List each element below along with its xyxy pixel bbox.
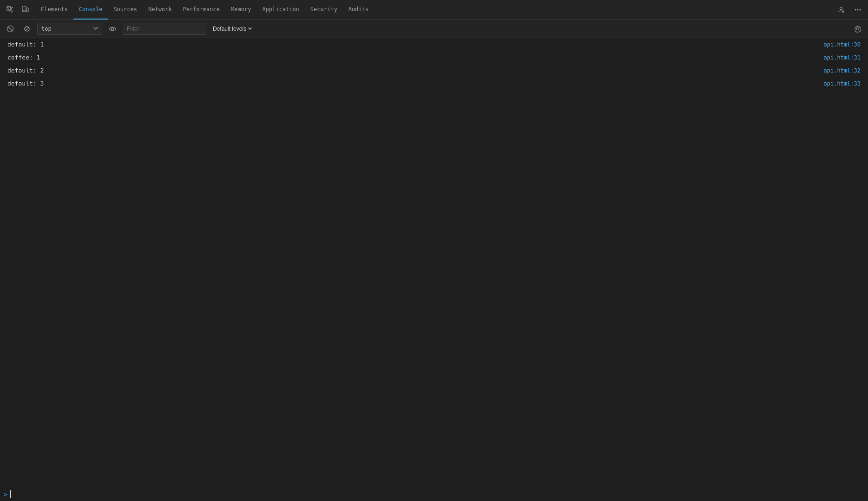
more-icon [854, 6, 861, 13]
tab-security[interactable]: Security [305, 0, 343, 20]
no-context-icon [23, 25, 31, 33]
console-prompt: > [4, 491, 7, 498]
toolbar-right [851, 22, 864, 35]
remote-devices-button[interactable] [835, 3, 848, 16]
context-value: top [41, 26, 91, 32]
svg-line-12 [26, 27, 29, 30]
levels-label: Default levels [213, 26, 246, 32]
more-options-button[interactable] [851, 3, 864, 16]
device-icon [21, 6, 29, 13]
svg-point-8 [860, 9, 861, 10]
console-entry-text: coffee: 1 [7, 54, 40, 61]
remote-icon [837, 6, 845, 13]
console-output: default: 1api.html:30coffee: 1api.html:3… [0, 38, 868, 487]
svg-point-6 [855, 9, 856, 10]
tab-application[interactable]: Application [256, 0, 304, 20]
console-entry-link[interactable]: api.html:30 [824, 41, 861, 48]
svg-point-14 [857, 27, 859, 30]
tab-audits[interactable]: Audits [343, 0, 374, 20]
tab-sources[interactable]: Sources [108, 0, 143, 20]
tab-performance[interactable]: Performance [178, 0, 225, 20]
gear-icon [854, 25, 861, 33]
console-entry-text: default: 3 [7, 80, 44, 87]
clear-icon [7, 25, 14, 33]
main-area: top Default levels [0, 20, 868, 501]
console-entry: default: 2api.html:32 [0, 64, 868, 77]
context-selector[interactable]: top [37, 23, 102, 35]
no-context-button[interactable] [20, 22, 33, 35]
console-toolbar: top Default levels [0, 20, 868, 38]
svg-point-4 [840, 7, 842, 9]
top-nav: Elements Console Sources Network Perform… [0, 0, 868, 20]
clear-console-button[interactable] [4, 22, 17, 35]
chevron-down-icon [93, 27, 98, 30]
console-entry: coffee: 1api.html:31 [0, 51, 868, 64]
filter-input[interactable] [123, 23, 206, 35]
default-levels-button[interactable]: Default levels [210, 24, 255, 34]
console-entry-link[interactable]: api.html:32 [824, 67, 861, 74]
console-entry-link[interactable]: api.html:31 [824, 54, 861, 61]
svg-rect-2 [26, 8, 28, 12]
nav-icons [4, 3, 32, 16]
svg-point-7 [857, 9, 859, 10]
levels-chevron-icon [248, 27, 252, 30]
svg-line-10 [8, 27, 12, 31]
console-input-row[interactable]: > [0, 487, 868, 501]
live-expressions-button[interactable] [106, 22, 119, 35]
eye-icon [109, 25, 116, 33]
inspect-element-button[interactable] [4, 3, 17, 16]
console-entry-text: default: 2 [7, 67, 44, 74]
svg-point-13 [112, 27, 114, 30]
tab-memory[interactable]: Memory [225, 0, 256, 20]
console-entry-text: default: 1 [7, 41, 44, 48]
nav-right-icons [835, 3, 864, 16]
console-entry: default: 3api.html:33 [0, 77, 868, 90]
settings-button[interactable] [851, 22, 864, 35]
tab-elements[interactable]: Elements [35, 0, 73, 20]
device-toolbar-button[interactable] [19, 3, 32, 16]
tab-console[interactable]: Console [73, 0, 108, 20]
tab-network[interactable]: Network [143, 0, 178, 20]
console-cursor [10, 490, 11, 498]
console-entry-link[interactable]: api.html:33 [824, 80, 861, 87]
inspect-icon [7, 6, 14, 13]
console-entry: default: 1api.html:30 [0, 38, 868, 51]
